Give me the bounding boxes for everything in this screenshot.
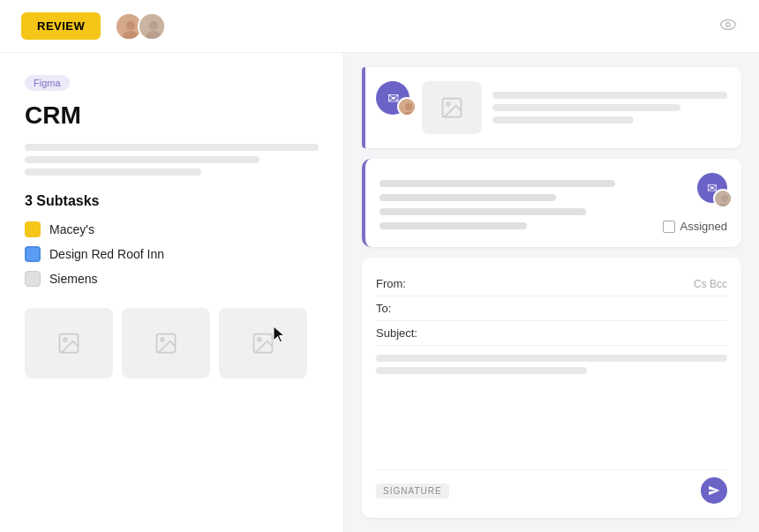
svg-point-20	[721, 195, 728, 202]
thumbnail-1	[25, 308, 113, 378]
to-label: To:	[376, 302, 433, 315]
from-label: From:	[376, 277, 433, 290]
card-text-line-1	[492, 92, 727, 99]
assigned-label: Assigned	[680, 220, 727, 233]
avatar-mini-1	[397, 97, 417, 116]
card-text-line-2	[492, 104, 680, 111]
body-line-1	[376, 355, 727, 362]
subtask-label-siemens: Siemens	[49, 272, 97, 286]
thumbnail-3	[219, 308, 307, 378]
thumbnail-grid	[25, 308, 319, 378]
subtask-dot-gray	[25, 271, 41, 287]
review-button[interactable]: REVIEW	[21, 12, 101, 40]
subtask-list: Macey's Design Red Roof Inn Siemens	[25, 221, 319, 287]
card-text-line-3	[492, 116, 634, 124]
subtask-label-maceys: Macey's	[49, 222, 94, 236]
svg-point-1	[126, 21, 135, 30]
project-title: CRM	[25, 101, 319, 130]
compose-footer: SIGNATURE	[376, 469, 727, 504]
card-image-area-1	[422, 81, 727, 134]
email-card-1-top: ✉	[376, 81, 727, 134]
assigned-badge: Assigned	[663, 220, 727, 233]
topbar-left: REVIEW	[21, 12, 166, 41]
subject-label: Subject:	[376, 326, 433, 340]
svg-point-18	[447, 102, 450, 106]
right-panel: ✉	[344, 53, 759, 532]
svg-point-7	[726, 22, 731, 26]
svg-point-13	[258, 338, 261, 341]
card2-line-4	[380, 222, 527, 229]
card-left-border-1	[362, 67, 365, 148]
cc-bcc-label[interactable]: Cs Bcc	[694, 278, 727, 290]
svg-point-11	[161, 338, 164, 341]
subtask-dot-blue	[25, 246, 41, 262]
description-skeleton	[25, 144, 319, 176]
card-text-lines-1	[492, 81, 727, 134]
card2-line-1	[380, 180, 615, 187]
compose-from-row: From: Cs Bcc	[376, 272, 727, 296]
avatar-mini-2	[713, 189, 733, 208]
body-line-2	[376, 367, 587, 374]
figma-badge: Figma	[25, 75, 70, 91]
subtask-dot-yellow	[25, 221, 41, 237]
card-thumb-1	[422, 81, 482, 134]
subtask-item-maceys: Macey's	[25, 221, 319, 237]
card2-line-3	[380, 208, 586, 215]
left-panel: Figma CRM 3 Subtasks Macey's Design Red …	[0, 53, 344, 532]
thumbnail-2	[122, 308, 210, 378]
send-button[interactable]	[701, 477, 727, 504]
compose-subject-row: Subject:	[376, 321, 727, 346]
avatars-group	[115, 12, 166, 41]
eye-icon[interactable]	[718, 15, 738, 38]
svg-point-9	[64, 338, 67, 341]
svg-point-6	[721, 19, 736, 29]
svg-point-4	[149, 21, 158, 30]
email-card-2: ✉ Assigned	[362, 159, 741, 247]
compose-body[interactable]	[376, 346, 727, 462]
compose-area: From: Cs Bcc To: Subject: SIGNATURE	[362, 258, 741, 518]
svg-point-15	[405, 103, 412, 110]
email-avatar-2: ✉	[697, 173, 727, 203]
compose-to-row: To:	[376, 296, 727, 321]
subtasks-title: 3 Subtasks	[25, 193, 319, 209]
skeleton-line-1	[25, 144, 319, 151]
email-card-1: ✉	[362, 67, 741, 148]
skeleton-line-2	[25, 156, 259, 163]
assigned-checkbox[interactable]	[663, 221, 675, 233]
subtask-item-redroof: Design Red Roof Inn	[25, 246, 319, 262]
skeleton-line-3	[25, 169, 201, 176]
subtask-item-siemens: Siemens	[25, 271, 319, 287]
subtask-label-redroof: Design Red Roof Inn	[49, 247, 164, 261]
topbar: REVIEW	[0, 0, 759, 53]
avatar-2	[138, 12, 166, 41]
main-content: Figma CRM 3 Subtasks Macey's Design Red …	[0, 53, 759, 532]
signature-badge: SIGNATURE	[376, 483, 449, 498]
card2-line-2	[380, 194, 556, 201]
